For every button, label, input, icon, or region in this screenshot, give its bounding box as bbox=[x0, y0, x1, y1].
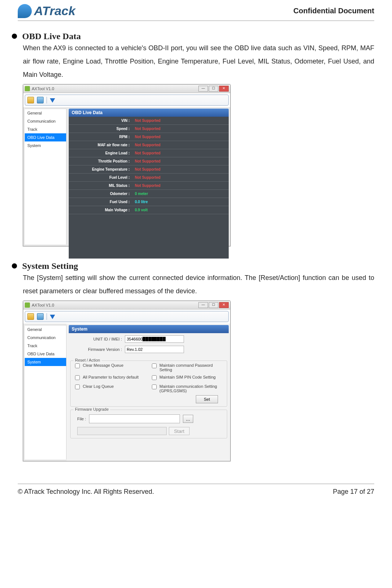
obd-row: Odometer :0 meter bbox=[69, 190, 229, 198]
minimize-button[interactable]: — bbox=[198, 86, 208, 92]
reset-checkbox[interactable]: All Parameter to factory default bbox=[74, 375, 147, 381]
browse-button[interactable]: ... bbox=[183, 415, 193, 423]
unit-id-field[interactable] bbox=[125, 335, 184, 343]
checkbox-label: Maintain SIM PIN Code Setting bbox=[160, 375, 216, 379]
main-panel: OBD Live Data VIN :Not SupportedSpeed :N… bbox=[67, 107, 230, 246]
obd-label: MAF air flow rate : bbox=[69, 143, 133, 147]
obd-value: 0.9 volt bbox=[133, 208, 147, 212]
save-icon[interactable] bbox=[37, 313, 44, 320]
checkbox-label: All Parameter to factory default bbox=[83, 375, 139, 379]
sidebar: General Communication Track OBD Live Dat… bbox=[25, 325, 67, 459]
sidebar-item-general[interactable]: General bbox=[25, 325, 66, 334]
checkbox-label: Clear Log Queue bbox=[83, 384, 114, 389]
logo-text: ATrack bbox=[34, 4, 75, 18]
set-button[interactable]: Set bbox=[196, 395, 218, 403]
checkbox-input[interactable] bbox=[75, 363, 80, 368]
obd-row: Engine Load :Not Supported bbox=[69, 149, 229, 157]
footer-page-number: Page 17 of 27 bbox=[333, 488, 374, 496]
firmware-version-label: Firmware Version : bbox=[70, 347, 125, 352]
checkbox-input[interactable] bbox=[152, 375, 157, 380]
obd-row: RPM :Not Supported bbox=[69, 133, 229, 141]
obd-label: Main Voltage : bbox=[69, 208, 133, 212]
close-button[interactable]: ✕ bbox=[219, 86, 229, 92]
save-icon[interactable] bbox=[37, 97, 44, 103]
sidebar: General Communication Track OBD Live Dat… bbox=[25, 109, 67, 245]
file-path-field[interactable] bbox=[89, 414, 180, 423]
maximize-button[interactable]: ☐ bbox=[209, 302, 218, 308]
sidebar-item-communication[interactable]: Communication bbox=[25, 334, 66, 342]
obd-value: Not Supported bbox=[133, 184, 160, 188]
unit-id-label: UNIT ID / IMEI : bbox=[70, 337, 125, 341]
obd-empty-space bbox=[69, 214, 229, 259]
sidebar-item-obd-live-data[interactable]: OBD Live Data bbox=[25, 133, 66, 141]
window-titlebar[interactable]: AXTool V1.0 — ☐ ✕ bbox=[23, 301, 230, 310]
reset-checkbox[interactable]: Clear Message Queue bbox=[74, 363, 147, 372]
sidebar-item-obd-live-data[interactable]: OBD Live Data bbox=[25, 350, 66, 358]
obd-label: Odometer : bbox=[69, 192, 133, 196]
logo: ATrack bbox=[18, 4, 75, 18]
start-button[interactable]: Start bbox=[169, 427, 190, 435]
obd-label: VIN : bbox=[69, 119, 133, 123]
app-icon bbox=[25, 86, 30, 91]
checkbox-input[interactable] bbox=[75, 375, 80, 380]
confidential-label: Confidential Document bbox=[293, 7, 374, 15]
section-heading-system: System Setting bbox=[12, 261, 374, 271]
section-title: OBD Live Data bbox=[22, 31, 81, 41]
axtool-window-system: AXTool V1.0 — ☐ ✕ General Communication … bbox=[23, 301, 231, 461]
open-icon[interactable] bbox=[27, 313, 34, 320]
group-legend: Reset / Action bbox=[74, 358, 102, 362]
obd-label: Throttle Position : bbox=[69, 159, 133, 163]
sidebar-item-general[interactable]: General bbox=[25, 109, 66, 117]
obd-row: Throttle Position :Not Supported bbox=[69, 157, 229, 165]
sidebar-item-track[interactable]: Track bbox=[25, 342, 66, 350]
obd-value: Not Supported bbox=[133, 159, 160, 163]
sidebar-item-system[interactable]: System bbox=[25, 141, 66, 150]
window-title: AXTool V1.0 bbox=[32, 303, 198, 307]
window-titlebar[interactable]: AXTool V1.0 — ☐ ✕ bbox=[23, 85, 230, 93]
firmware-upgrade-group: Firmware Upgrade File : ... Start bbox=[70, 410, 227, 438]
obd-row: Main Voltage :0.9 volt bbox=[69, 206, 229, 214]
app-icon bbox=[25, 302, 30, 308]
checkbox-label: Maintain command Password Setting bbox=[160, 363, 224, 372]
minimize-button[interactable]: — bbox=[198, 302, 208, 308]
download-icon[interactable] bbox=[50, 315, 55, 319]
obd-row: VIN :Not Supported bbox=[69, 117, 229, 125]
obd-label: Speed : bbox=[69, 127, 133, 131]
obd-label: Fuel Level : bbox=[69, 175, 133, 180]
panel-title: System bbox=[69, 325, 229, 333]
reset-checkbox[interactable]: Maintain SIM PIN Code Setting bbox=[150, 375, 224, 381]
sidebar-item-communication[interactable]: Communication bbox=[25, 117, 66, 125]
obd-value: 0 meter bbox=[133, 192, 148, 196]
section-body: The [System] setting will show the curre… bbox=[23, 271, 374, 298]
window-title: AXTool V1.0 bbox=[32, 86, 198, 91]
checkbox-label: Clear Message Queue bbox=[83, 363, 123, 368]
close-button[interactable]: ✕ bbox=[219, 302, 229, 308]
checkbox-input[interactable] bbox=[152, 384, 157, 389]
checkbox-input[interactable] bbox=[75, 384, 80, 389]
file-label: File : bbox=[77, 417, 86, 421]
axtool-window-obd: AXTool V1.0 — ☐ ✕ General Communication … bbox=[23, 84, 231, 246]
obd-value: Not Supported bbox=[133, 119, 160, 123]
reset-checkbox[interactable]: Maintain command Password Setting bbox=[150, 363, 224, 372]
window-toolbar bbox=[25, 95, 229, 106]
bullet-icon bbox=[12, 34, 17, 39]
reset-checkbox[interactable]: Maintain communication Setting (GPRS,GSM… bbox=[150, 384, 224, 393]
download-icon[interactable] bbox=[50, 98, 55, 103]
obd-row: Speed :Not Supported bbox=[69, 125, 229, 133]
section-title: System Setting bbox=[22, 261, 78, 271]
checkbox-label: Maintain communication Setting (GPRS,GSM… bbox=[160, 384, 224, 393]
obd-value: Not Supported bbox=[133, 151, 160, 155]
toolbar-separator bbox=[47, 97, 47, 103]
sidebar-item-track[interactable]: Track bbox=[25, 125, 66, 133]
page-footer: © ATrack Technology Inc. All Rights Rese… bbox=[18, 483, 374, 496]
progress-bar bbox=[77, 427, 167, 435]
reset-checkbox[interactable]: Clear Log Queue bbox=[74, 384, 147, 393]
sidebar-item-system[interactable]: System bbox=[25, 358, 66, 366]
maximize-button[interactable]: ☐ bbox=[209, 86, 218, 92]
checkbox-input[interactable] bbox=[152, 363, 157, 368]
obd-data-table: VIN :Not SupportedSpeed :Not SupportedRP… bbox=[69, 117, 229, 214]
firmware-version-field[interactable] bbox=[125, 346, 184, 353]
bullet-icon bbox=[12, 263, 17, 269]
section-heading-obd: OBD Live Data bbox=[12, 31, 374, 41]
open-icon[interactable] bbox=[27, 97, 34, 103]
